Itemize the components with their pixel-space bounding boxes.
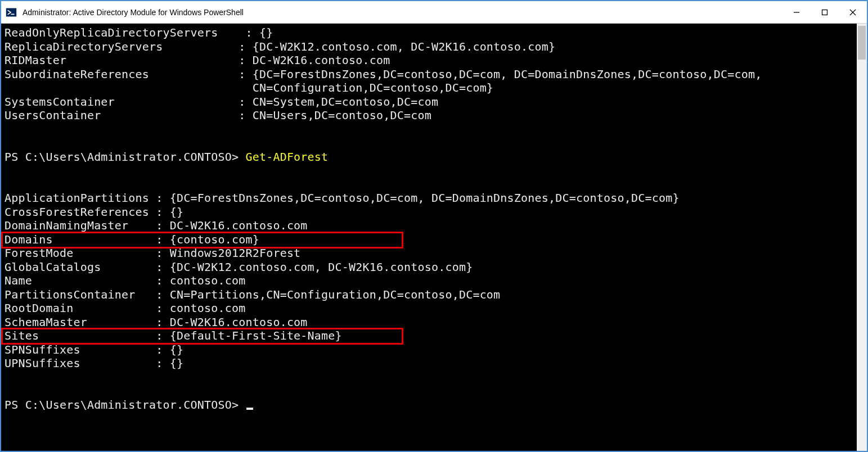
scrollbar-thumb[interactable] [858, 26, 866, 60]
output-line: ApplicationPartitions : {DC=ForestDnsZon… [5, 191, 853, 205]
output-line: SPNSuffixes : {} [5, 343, 853, 357]
window-title: Administrator: Active Directory Module f… [23, 8, 244, 17]
output-line: UsersContainer : CN=Users,DC=contoso,DC=… [5, 109, 853, 123]
powershell-window: Administrator: Active Directory Module f… [1, 1, 867, 451]
output-line: PartitionsContainer : CN=Partitions,CN=C… [5, 288, 853, 302]
titlebar[interactable]: Administrator: Active Directory Module f… [1, 1, 867, 24]
output-line: Sites : {Default-First-Site-Name} [5, 329, 853, 343]
output-line: SubordinateReferences : {DC=ForestDnsZon… [5, 67, 853, 82]
prompt-line[interactable]: PS C:\Users\Administrator.CONTOSO> [5, 398, 853, 412]
console-output[interactable]: ReadOnlyReplicaDirectoryServers : {}Repl… [1, 24, 857, 451]
output-line: SchemaMaster : DC-W2K16.contoso.com [5, 315, 853, 329]
output-line: ForestMode : Windows2012R2Forest [5, 246, 853, 260]
command-text: Get-ADForest [245, 150, 328, 164]
powershell-icon [6, 7, 17, 18]
output-line: RootDomain : contoso.com [5, 301, 853, 315]
maximize-button[interactable] [811, 1, 839, 24]
output-line: UPNSuffixes : {} [5, 356, 853, 370]
output-line: GlobalCatalogs : {DC-W2K12.contoso.com, … [5, 260, 853, 274]
minimize-button[interactable] [782, 1, 811, 24]
output-line: CN=Configuration,DC=contoso,DC=com} [5, 81, 853, 95]
console-area: ReadOnlyReplicaDirectoryServers : {}Repl… [1, 24, 867, 451]
vertical-scrollbar[interactable] [857, 24, 867, 451]
close-button[interactable] [839, 1, 867, 24]
svg-rect-3 [822, 10, 827, 15]
output-line: CrossForestReferences : {} [5, 205, 853, 219]
prompt-line: PS C:\Users\Administrator.CONTOSO> Get-A… [5, 150, 853, 164]
output-line: RIDMaster : DC-W2K16.contoso.com [5, 53, 853, 67]
cursor [246, 408, 253, 410]
output-line: ReplicaDirectoryServers : {DC-W2K12.cont… [5, 40, 853, 54]
output-line: Domains : {contoso.com} [5, 233, 853, 247]
output-line: Name : contoso.com [5, 274, 853, 288]
output-line: DomainNamingMaster : DC-W2K16.contoso.co… [5, 219, 853, 233]
output-line: ReadOnlyReplicaDirectoryServers : {} [5, 26, 853, 40]
output-line: SystemsContainer : CN=System,DC=contoso,… [5, 95, 853, 109]
